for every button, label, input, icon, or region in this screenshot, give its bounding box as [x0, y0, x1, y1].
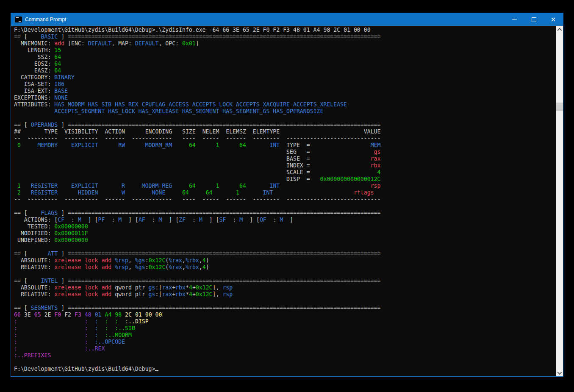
- console-line: MNEMONIC: add [ENC: DEFAULT, MAP: DEFAUL…: [14, 40, 556, 47]
- console-line: == [ FLAGS ] ===========================…: [14, 210, 556, 217]
- console-line: SEG = gs: [14, 149, 556, 156]
- console-line: [14, 359, 556, 366]
- console-line: TESTED: 0x00000000: [14, 223, 556, 230]
- scroll-down-icon: [557, 370, 562, 374]
- console-line: == [ BASIC ] ===========================…: [14, 33, 556, 40]
- minimize-icon: [512, 19, 517, 20]
- maximize-button[interactable]: [524, 13, 543, 26]
- console-line: ACTIONS: [CF : M ] [PF : M ] [AF : M ] […: [14, 217, 556, 223]
- console-line: EOSZ: 64: [14, 61, 556, 67]
- console-line: : : :..OPCODE: [14, 339, 556, 345]
- console-line: [14, 115, 556, 122]
- console-area[interactable]: F:\Development\GitHub\zydis\Build64\Debu…: [11, 26, 563, 376]
- window-titlebar[interactable]: Command Prompt ×: [11, 13, 563, 26]
- window-title: Command Prompt: [25, 17, 66, 22]
- console-line: RELATIVE: xrelease lock add %rsp, %gs:0x…: [14, 264, 556, 271]
- console-line: 66 3E 65 2E F0 F2 F3 48 01 A4 98 2C 01 0…: [14, 311, 556, 318]
- console-line: :..PREFIXES: [14, 352, 556, 359]
- console-line: [14, 244, 556, 250]
- console-line: DISP = 0x000000000000012C: [14, 176, 556, 183]
- console-line: ATTRIBUTES: HAS_MODRM HAS_SIB HAS_REX CP…: [14, 101, 556, 108]
- command-prompt-window: Command Prompt × F:\Development\GitHub\z…: [11, 13, 563, 377]
- scrollbar-thumb[interactable]: [556, 103, 563, 111]
- scroll-up-icon: [557, 28, 562, 32]
- console-line: -- --------- ---------- ------ ---------…: [14, 135, 556, 142]
- console-line: == [ INTEL ] ===========================…: [14, 278, 556, 284]
- desktop-background: Command Prompt × F:\Development\GitHub\z…: [0, 0, 574, 392]
- console-line: [14, 271, 556, 278]
- window-controls: ×: [505, 13, 563, 26]
- close-icon: ×: [551, 17, 556, 23]
- console-line: UNDEFINED: 0x00000000: [14, 237, 556, 244]
- console-line: == [ ATT ] =============================…: [14, 250, 556, 257]
- scrollbar[interactable]: [556, 26, 563, 376]
- console-line: ISA-EXT: BASE: [14, 88, 556, 95]
- minimize-button[interactable]: [505, 13, 524, 26]
- console-line: F:\Development\GitHub\zydis\Build64\Debu…: [14, 27, 556, 33]
- console-line: -- --------- ---------- ------ ---------…: [14, 196, 556, 203]
- console-line: : : : : : :..DISP: [14, 318, 556, 325]
- console-line: F:\Development\GitHub\zydis\Build64\Debu…: [14, 366, 556, 373]
- scroll-up-button[interactable]: [556, 26, 563, 33]
- scroll-down-button[interactable]: [556, 369, 563, 376]
- text-cursor: [155, 370, 158, 371]
- console-line: ABSOLUTE: xrelease lock add %rsp, %gs:0x…: [14, 257, 556, 264]
- console-line: LENGTH: 15: [14, 47, 556, 54]
- console-line: [14, 298, 556, 305]
- console-line: CATEGORY: BINARY: [14, 74, 556, 81]
- console-line: SSZ: 64: [14, 54, 556, 61]
- console-line: EXCEPTIONS: NONE: [14, 95, 556, 101]
- console-line: : : : :..MODRM: [14, 332, 556, 339]
- console-line: == [ SEGMENTS ] ========================…: [14, 305, 556, 311]
- console-line: [14, 203, 556, 210]
- console-line: 0 MEMORY EXPLICIT RW MODRM_RM 64 1 64 IN…: [14, 142, 556, 149]
- console-line: RELATIVE: xrelease lock add qword ptr gs…: [14, 291, 556, 298]
- cmd-icon: [15, 17, 22, 22]
- console-line: ACCEPTS_SEGMENT HAS_LOCK HAS_XRELEASE HA…: [14, 108, 556, 115]
- maximize-icon: [532, 17, 536, 22]
- console-line: BASE = rax: [14, 156, 556, 162]
- console-line: 1 REGISTER EXPLICIT R MODRM_REG 64 1 64 …: [14, 183, 556, 189]
- console-line: == [ OPERANDS ] ========================…: [14, 122, 556, 128]
- console-line: MODIFIED: 0x0000011F: [14, 230, 556, 237]
- console-line: SCALE = 4: [14, 169, 556, 176]
- console-line: ISA-SET: I86: [14, 81, 556, 88]
- console-line: : : : : :..SIB: [14, 325, 556, 332]
- console-line: : :..REX: [14, 345, 556, 352]
- console-output: F:\Development\GitHub\zydis\Build64\Debu…: [11, 26, 556, 376]
- close-button[interactable]: ×: [543, 13, 563, 26]
- console-line: 2 REGISTER HIDDEN W NONE 64 64 1 INT rfl…: [14, 189, 556, 196]
- console-line: ABSOLUTE: xrelease lock add qword ptr gs…: [14, 284, 556, 291]
- console-line: ## TYPE VISIBILITY ACTION ENCODING SIZE …: [14, 128, 556, 135]
- console-line: INDEX = rbx: [14, 162, 556, 169]
- console-line: EASZ: 64: [14, 67, 556, 74]
